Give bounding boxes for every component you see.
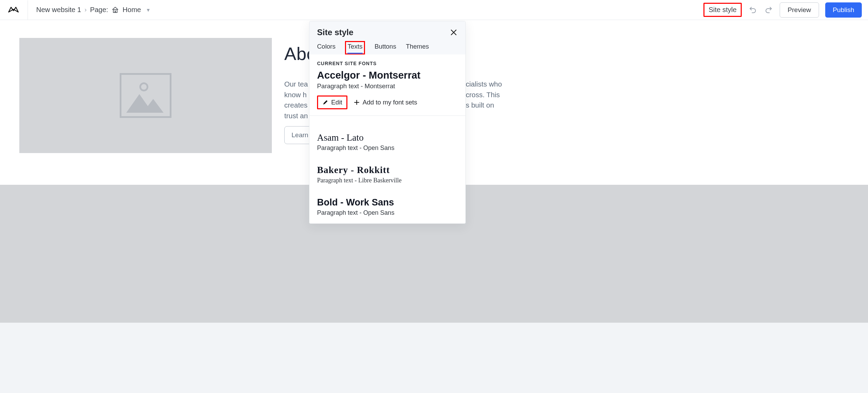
image-placeholder[interactable] bbox=[19, 38, 272, 153]
website-name[interactable]: New website 1 bbox=[36, 6, 81, 14]
undo-icon[interactable] bbox=[748, 5, 758, 15]
preview-button[interactable]: Preview bbox=[780, 2, 819, 18]
breadcrumb: New website 1 › Page: Home ▼ bbox=[36, 6, 151, 14]
plus-icon bbox=[354, 99, 360, 105]
panel-title: Site style bbox=[317, 28, 353, 37]
font-set-item[interactable]: Bold - Work Sans Paragraph text - Open S… bbox=[309, 191, 465, 223]
font-set-paragraph: Paragraph text - Open Sans bbox=[317, 144, 465, 152]
edit-font-button[interactable]: Edit bbox=[317, 95, 347, 109]
font-set-item[interactable]: Bakery - Rokkitt Paragraph text - Libre … bbox=[309, 159, 465, 191]
site-style-button[interactable]: Site style bbox=[703, 3, 742, 17]
current-font-paragraph: Paragraph text - Montserrat bbox=[317, 82, 458, 90]
site-style-panel: Site style Colors Texts Buttons Themes C… bbox=[309, 21, 466, 224]
font-set-item[interactable]: Asam - Lato Paragraph text - Open Sans bbox=[309, 126, 465, 159]
svg-rect-1 bbox=[115, 10, 116, 12]
vertical-separator bbox=[28, 0, 28, 20]
image-placeholder-icon bbox=[120, 73, 171, 118]
about-paragraph-right: cialists who cross. This s built on bbox=[466, 68, 535, 111]
topbar-left: New website 1 › Page: Home ▼ bbox=[0, 0, 151, 20]
topbar-right: Site style Preview Publish bbox=[703, 2, 868, 18]
edit-label: Edit bbox=[331, 99, 342, 106]
font-set-paragraph: Paragraph text - Libre Baskerville bbox=[317, 177, 465, 184]
current-font-heading: Accelgor - Montserrat bbox=[317, 70, 458, 81]
page-name[interactable]: Home bbox=[122, 6, 141, 14]
current-fonts-label: CURRENT SITE FONTS bbox=[317, 61, 458, 66]
pencil-icon bbox=[322, 99, 328, 105]
publish-button[interactable]: Publish bbox=[825, 2, 862, 18]
font-set-heading: Asam - Lato bbox=[317, 132, 465, 143]
panel-header: Site style Colors Texts Buttons Themes bbox=[309, 21, 465, 54]
panel-tabs: Colors Texts Buttons Themes bbox=[317, 43, 458, 54]
add-to-font-sets-button[interactable]: Add to my font sets bbox=[354, 99, 417, 106]
panel-body: CURRENT SITE FONTS Accelgor - Montserrat… bbox=[309, 54, 465, 123]
font-actions: Edit Add to my font sets bbox=[317, 95, 458, 109]
tab-texts[interactable]: Texts bbox=[345, 41, 365, 54]
close-icon[interactable] bbox=[450, 28, 458, 37]
about-paragraph-left: Our tea know h creates trust an bbox=[284, 80, 308, 120]
font-set-list: Asam - Lato Paragraph text - Open Sans B… bbox=[309, 123, 465, 223]
topbar: New website 1 › Page: Home ▼ Site style bbox=[0, 0, 868, 20]
font-set-paragraph: Paragraph text - Open Sans bbox=[317, 209, 465, 216]
redo-icon[interactable] bbox=[764, 5, 773, 15]
panel-divider bbox=[309, 115, 465, 116]
page-label: Page: bbox=[90, 6, 108, 14]
app-logo-icon[interactable] bbox=[8, 4, 19, 16]
tab-buttons[interactable]: Buttons bbox=[375, 43, 396, 54]
font-set-heading: Bakery - Rokkitt bbox=[317, 165, 465, 175]
tab-themes[interactable]: Themes bbox=[406, 43, 429, 54]
home-icon bbox=[111, 6, 119, 14]
font-set-heading: Bold - Work Sans bbox=[317, 197, 465, 208]
chevron-right-icon: › bbox=[85, 6, 87, 13]
chevron-down-icon[interactable]: ▼ bbox=[146, 7, 151, 13]
tab-colors[interactable]: Colors bbox=[317, 43, 335, 54]
editor-canvas: Abc Our tea know h creates trust an cial… bbox=[0, 20, 868, 393]
add-label: Add to my font sets bbox=[363, 99, 417, 106]
